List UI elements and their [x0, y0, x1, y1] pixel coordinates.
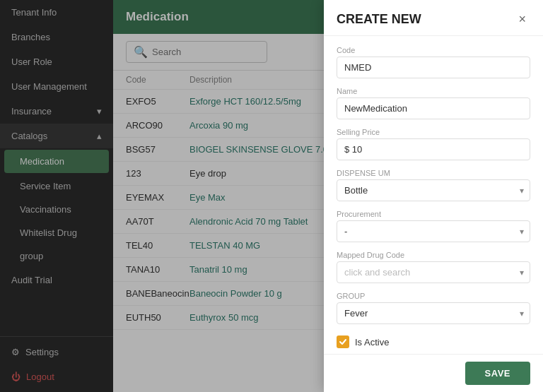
modal-header: CREATE NEW ×: [324, 0, 543, 36]
modal-title: CREATE NEW: [337, 12, 421, 27]
name-input[interactable]: [337, 97, 530, 119]
procurement-label: Procurement: [337, 210, 530, 218]
mapped-drug-select-wrap: click and search ▾: [337, 261, 530, 283]
group-label: GROUP: [337, 292, 530, 300]
procurement-select[interactable]: - Option 1 Option 2: [337, 221, 530, 242]
dispense-um-select[interactable]: Bottle Tablet Capsule Sachet Vial: [337, 180, 530, 201]
dispense-um-label: DISPENSE UM: [337, 169, 530, 177]
mapped-drug-select[interactable]: click and search: [337, 262, 530, 283]
selling-price-field: Selling Price: [337, 128, 530, 160]
code-field: Code: [337, 46, 530, 78]
name-label: Name: [337, 87, 530, 95]
code-input[interactable]: [337, 57, 530, 78]
close-button[interactable]: ×: [514, 11, 530, 27]
procurement-select-wrap: - Option 1 Option 2 ▾: [337, 220, 530, 242]
group-select-wrap: Fever Antibiotic Analgesic ▾: [337, 302, 530, 324]
is-active-row: Is Active: [337, 333, 530, 351]
group-select[interactable]: Fever Antibiotic Analgesic: [337, 303, 530, 323]
selling-price-input[interactable]: [337, 138, 530, 160]
mapped-drug-field: Mapped Drug Code click and search ▾: [337, 251, 530, 283]
modal-body: Code Name Selling Price DISPENSE UM Bott…: [324, 36, 543, 354]
procurement-field: Procurement - Option 1 Option 2 ▾: [337, 210, 530, 242]
is-active-checkbox[interactable]: [337, 335, 349, 348]
group-field: GROUP Fever Antibiotic Analgesic ▾: [337, 292, 530, 324]
create-modal: CREATE NEW × Code Name Selling Price DIS…: [324, 0, 543, 392]
mapped-drug-label: Mapped Drug Code: [337, 251, 530, 259]
save-button[interactable]: SAVE: [465, 362, 530, 385]
dispense-um-select-wrap: Bottle Tablet Capsule Sachet Vial ▾: [337, 179, 530, 201]
is-active-label: Is Active: [355, 337, 389, 348]
modal-footer: SAVE: [324, 354, 543, 392]
code-label: Code: [337, 46, 530, 54]
modal-overlay: CREATE NEW × Code Name Selling Price DIS…: [0, 0, 543, 392]
name-field: Name: [337, 87, 530, 119]
dispense-um-field: DISPENSE UM Bottle Tablet Capsule Sachet…: [337, 169, 530, 201]
selling-price-label: Selling Price: [337, 128, 530, 136]
